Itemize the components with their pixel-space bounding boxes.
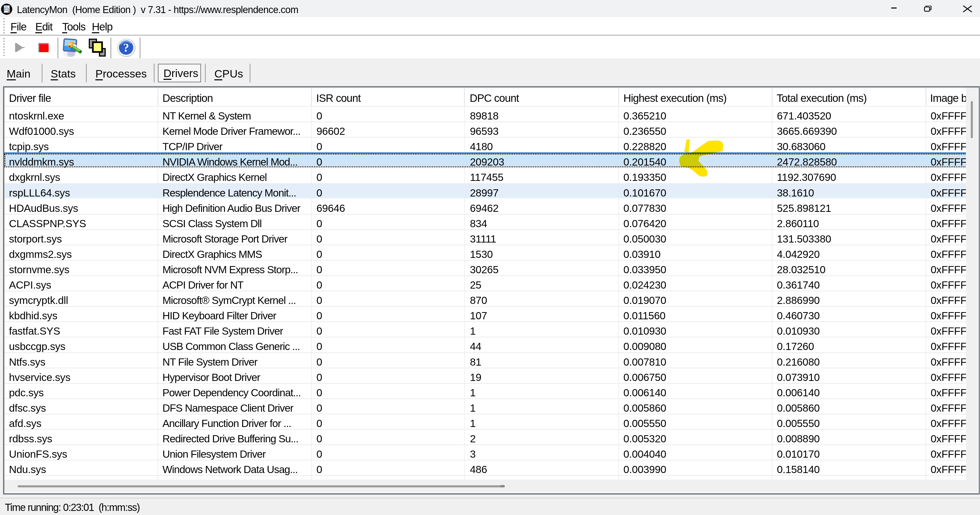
svg-text:?: ? — [123, 41, 129, 54]
